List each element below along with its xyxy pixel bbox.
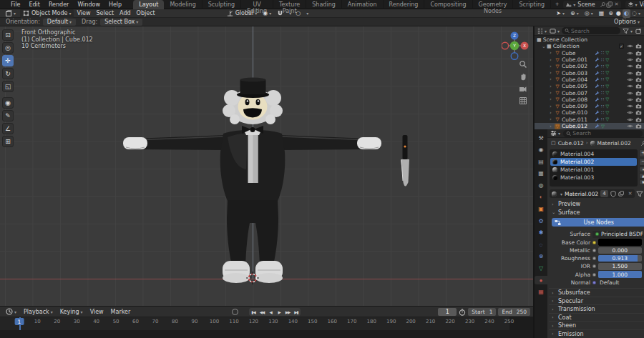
modifier-wrench-icon[interactable] xyxy=(595,91,600,96)
fake-user-shield-icon[interactable] xyxy=(610,191,616,197)
geometry-nodes-icon[interactable]: ∷ xyxy=(601,104,604,109)
new-scene-icon[interactable] xyxy=(606,1,613,8)
expand-arrow-icon[interactable]: › xyxy=(550,90,555,96)
properties-search[interactable] xyxy=(563,130,643,137)
base-color-swatch[interactable] xyxy=(598,239,642,246)
modifier-wrench-icon[interactable] xyxy=(595,51,600,56)
geometry-nodes-icon[interactable]: ∷ xyxy=(601,116,604,122)
disable-render-camera-icon[interactable] xyxy=(635,124,642,129)
editor-type-button[interactable]: ▾ xyxy=(2,9,19,18)
pin-icon[interactable] xyxy=(640,140,644,146)
outliner-object-Cube.009[interactable]: › ▽ Cube.009 ∷ ▽ xyxy=(535,103,644,109)
geometry-nodes-icon[interactable]: ∷ xyxy=(601,50,604,56)
menubar-item[interactable]: Edit xyxy=(24,1,44,8)
proportional-falloff-dropdown[interactable]: ▾ xyxy=(303,9,310,18)
mesh-data-icon[interactable]: ▽ xyxy=(605,96,609,102)
view-layer-name[interactable]: ViewLayer xyxy=(640,1,644,8)
modifier-wrench-icon[interactable] xyxy=(595,84,600,89)
add-workspace-button[interactable]: + xyxy=(551,1,563,8)
breadcrumb-material[interactable]: Material.002 xyxy=(597,140,631,146)
geometry-nodes-icon[interactable]: ∷ xyxy=(601,84,604,89)
expand-arrow-icon[interactable]: › xyxy=(550,110,555,116)
properties-tab-material[interactable]: ● xyxy=(535,276,547,284)
modifier-wrench-icon[interactable] xyxy=(595,110,600,115)
hide-eye-icon[interactable] xyxy=(627,77,633,82)
tool-button-measure[interactable]: ∠ xyxy=(2,123,14,134)
properties-tab-view-layer[interactable]: ▦ xyxy=(535,169,547,178)
properties-tab-particles[interactable]: ✱ xyxy=(535,229,547,237)
shading-rendered-button[interactable]: ◌▾ xyxy=(630,9,642,18)
mesh-data-icon[interactable]: ▽ xyxy=(605,110,609,116)
outliner-display-mode-button[interactable]: ▾ xyxy=(549,28,560,34)
hide-eye-icon[interactable] xyxy=(627,91,633,96)
expand-arrow-icon[interactable]: › xyxy=(550,57,555,63)
camera-view-button[interactable] xyxy=(519,84,528,93)
mesh-data-icon[interactable]: ▽ xyxy=(605,57,609,63)
end-frame-field[interactable]: End250 xyxy=(498,308,530,316)
drag-setting-dropdown[interactable]: Select Box▾ xyxy=(100,19,142,26)
mesh-data-icon[interactable]: ▽ xyxy=(605,70,609,76)
view-navigation-gizmo[interactable]: Z Y X xyxy=(502,29,530,61)
snap-settings-dropdown[interactable]: ▾ xyxy=(286,9,293,18)
material-slot-Material.002[interactable]: Material.002 xyxy=(550,158,637,166)
workspace-tab[interactable]: Compositing xyxy=(424,0,472,9)
workspace-tab[interactable]: Layout xyxy=(133,0,164,9)
playhead-frame-badge[interactable]: 1 xyxy=(15,318,24,325)
modifier-wrench-icon[interactable] xyxy=(595,77,600,82)
material-datablock[interactable]: ▾ Material.002 4 ✕ xyxy=(550,189,635,198)
tool-button-rotate[interactable]: ↻ xyxy=(2,68,14,79)
disable-render-camera-icon[interactable] xyxy=(635,44,642,49)
outliner-search[interactable] xyxy=(562,27,620,34)
shading-solid-button[interactable]: ● xyxy=(615,9,623,18)
workspace-tab[interactable]: Rendering xyxy=(384,0,425,9)
timeline-menu[interactable]: View xyxy=(87,309,107,315)
workspace-tab[interactable]: Scripting xyxy=(513,0,551,9)
timeline-menu[interactable]: Marker xyxy=(107,309,135,315)
properties-tab-constraints[interactable]: ⊗ xyxy=(535,252,547,261)
expand-arrow-icon[interactable]: › xyxy=(550,64,555,69)
outliner-object-Cube.012[interactable]: › ▽ Cube.012 ▽ xyxy=(535,123,644,129)
properties-tab-data[interactable]: ▽ xyxy=(535,264,547,273)
show-gizmo-dropdown[interactable]: ⊕▾ xyxy=(567,9,582,18)
expand-arrow-icon[interactable]: › xyxy=(550,76,555,82)
expand-arrow-icon[interactable]: › xyxy=(550,104,555,109)
properties-tab-modifiers[interactable]: ⚙ xyxy=(535,217,547,225)
viewport-menu[interactable]: Select xyxy=(93,9,117,18)
collapsed-panel-header[interactable]: › Subsurface xyxy=(549,288,644,297)
collapse-arrow-icon[interactable]: ⌄ xyxy=(542,44,547,49)
disable-render-camera-icon[interactable] xyxy=(635,77,642,82)
modifier-wrench-icon[interactable] xyxy=(595,124,600,129)
disable-render-camera-icon[interactable] xyxy=(635,91,642,96)
viewport-menu[interactable]: View xyxy=(74,9,93,18)
snap-toggle[interactable] xyxy=(274,9,286,18)
geometry-nodes-icon[interactable]: ∷ xyxy=(601,57,604,63)
hide-eye-icon[interactable] xyxy=(627,110,633,115)
surface-panel-header[interactable]: ⌄ Surface xyxy=(549,209,644,217)
mesh-data-icon[interactable]: ▽ xyxy=(605,64,609,69)
current-frame-field[interactable]: 1 xyxy=(438,308,457,316)
timeline-menu[interactable]: Playback▾ xyxy=(20,309,57,315)
expand-arrow-icon[interactable]: › xyxy=(550,70,555,76)
geometry-nodes-icon[interactable]: ∷ xyxy=(601,90,604,96)
workspace-tab[interactable]: Texture Paint xyxy=(273,0,306,9)
preview-panel-header[interactable]: › Preview xyxy=(549,200,644,209)
modifier-wrench-icon[interactable] xyxy=(595,97,600,102)
outliner-object-Cube.011[interactable]: › ▽ Cube.011 ∷ ▽ xyxy=(535,116,644,123)
funnel-icon[interactable] xyxy=(636,191,643,197)
disable-render-camera-icon[interactable] xyxy=(635,84,642,89)
viewport-menu[interactable]: Object xyxy=(134,9,158,18)
properties-tab-output[interactable]: ▤ xyxy=(535,157,547,166)
hide-eye-icon[interactable] xyxy=(627,124,633,129)
toggle-xray-button[interactable]: ▦ xyxy=(596,9,608,18)
options-dropdown[interactable]: Options▾ xyxy=(614,19,640,25)
modifier-wrench-icon[interactable] xyxy=(595,57,600,62)
transport-next-keyframe[interactable]: ▶▶ xyxy=(283,308,292,316)
remove-slot-button[interactable]: − xyxy=(639,158,644,166)
outliner-search-input[interactable] xyxy=(571,28,618,34)
toggle-orthographic-button[interactable] xyxy=(519,96,528,105)
move-slot-up-button[interactable]: ▲ xyxy=(639,173,644,179)
slot-specials-button[interactable]: ▾ xyxy=(639,166,644,172)
outliner-object-Cube.007[interactable]: › ▽ Cube.007 ∷ ▽ xyxy=(535,89,644,96)
properties-search-input[interactable] xyxy=(572,130,639,136)
pivot-point-selector[interactable]: ◉▾ xyxy=(260,9,274,18)
